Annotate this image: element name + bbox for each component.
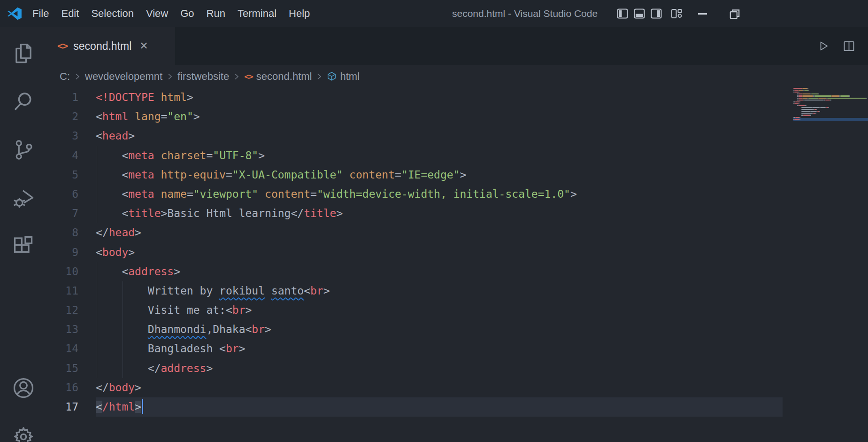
- minimap-line: [799, 101, 800, 102]
- breadcrumb-item-second-html[interactable]: <>second.html: [244, 70, 312, 83]
- minimap-line: [801, 111, 810, 112]
- minimap-line: [802, 98, 807, 99]
- title-bar: FileEditSelectionViewGoRunTerminalHelp s…: [0, 0, 868, 27]
- settings-gear-icon[interactable]: [11, 425, 36, 442]
- code-line-3[interactable]: 3<head>: [47, 126, 868, 146]
- breadcrumb-item-html[interactable]: html: [327, 70, 360, 83]
- chevron-right-icon: [232, 72, 241, 81]
- run-and-debug-icon[interactable]: [11, 186, 36, 210]
- source-control-icon[interactable]: [11, 138, 36, 162]
- extensions-icon[interactable]: [11, 234, 36, 259]
- minimap-line: [812, 107, 819, 108]
- minimap-line: [799, 119, 800, 120]
- toggle-sidebar-icon[interactable]: [616, 8, 629, 20]
- code-text: <meta charset="UTF-8">: [96, 146, 265, 165]
- run-button[interactable]: [816, 39, 830, 53]
- minimap-line: [799, 95, 802, 96]
- line-number: 16: [47, 378, 96, 397]
- code-editor[interactable]: 1<!DOCTYPE html>2<html lang="en">3<head>…: [47, 88, 868, 442]
- minimap-line: [801, 113, 812, 114]
- minimap-line: [814, 95, 831, 96]
- code-line-5[interactable]: 5 <meta http-equiv="X-UA-Compatible" con…: [47, 165, 868, 185]
- restore-button[interactable]: [729, 8, 741, 20]
- tab-second-html[interactable]: <> second.html ✕: [47, 27, 175, 65]
- explorer-icon[interactable]: [11, 41, 36, 65]
- code-line-1[interactable]: 1<!DOCTYPE html>: [47, 88, 868, 107]
- minimap-line: [820, 107, 825, 108]
- line-number: 2: [47, 107, 96, 126]
- code-line-15[interactable]: 15 </address>: [47, 359, 868, 378]
- minimap-line: [810, 115, 811, 116]
- breadcrumb-item-firstwebsite[interactable]: firstwebsite: [177, 70, 229, 83]
- text-cursor: [142, 399, 144, 414]
- line-number: 11: [47, 281, 96, 301]
- code-line-2[interactable]: 2<html lang="en">: [47, 107, 868, 126]
- customize-layout-icon[interactable]: [670, 8, 683, 20]
- minimap-line: [799, 92, 799, 93]
- window-title: second.html - Visual Studio Code: [452, 0, 598, 27]
- tab-label: second.html: [73, 40, 131, 53]
- menu-help[interactable]: Help: [283, 8, 316, 20]
- minimap-line: [799, 98, 802, 99]
- breadcrumb-item-wevdevelopemnt[interactable]: wevdevelopemnt: [85, 70, 162, 83]
- minimap-line: [804, 100, 823, 101]
- menu-bar: FileEditSelectionViewGoRunTerminalHelp: [26, 0, 316, 27]
- minimap-line: [805, 105, 806, 106]
- code-text: <address>: [96, 262, 180, 281]
- minimap-line: [801, 109, 813, 110]
- minimap-line: [793, 88, 802, 89]
- editor-group: <> second.html ✕ C:wevdevelopemntfirstwe…: [47, 27, 868, 442]
- code-line-14[interactable]: 14 Bangladesh <br>: [47, 339, 868, 358]
- toggle-panel-icon[interactable]: [633, 8, 645, 20]
- titlebar-separator: [664, 8, 664, 20]
- minimap-line: [808, 90, 809, 91]
- line-number: 17: [47, 397, 96, 417]
- code-line-12[interactable]: 12 Visit me at:<br>: [47, 301, 868, 320]
- chevron-right-icon: [166, 72, 174, 81]
- menu-edit[interactable]: Edit: [55, 8, 85, 20]
- code-line-11[interactable]: 11 Written by rokibul santo<br>: [47, 281, 868, 301]
- line-number: 9: [47, 243, 96, 262]
- minimap-line: [799, 90, 804, 91]
- code-line-10[interactable]: 10 <address>: [47, 262, 868, 281]
- code-line-16[interactable]: 16</body>: [47, 378, 868, 397]
- menu-selection[interactable]: Selection: [85, 8, 140, 20]
- html-file-icon: <>: [244, 71, 253, 81]
- menu-run[interactable]: Run: [200, 8, 231, 20]
- toggle-secondary-sidebar-icon[interactable]: [650, 8, 662, 20]
- line-number: 8: [47, 223, 96, 242]
- minimap[interactable]: [793, 88, 868, 144]
- code-line-13[interactable]: 13 Dhanmondi,Dhaka<br>: [47, 320, 868, 339]
- tab-bar: <> second.html ✕: [47, 27, 868, 65]
- minimap-line: [808, 98, 818, 99]
- line-number: 10: [47, 262, 96, 281]
- symbol-cube-icon: [327, 71, 337, 81]
- code-line-9[interactable]: 9<body>: [47, 243, 868, 262]
- code-text: </address>: [96, 359, 213, 378]
- minimap-line: [799, 105, 806, 106]
- menu-go[interactable]: Go: [174, 8, 200, 20]
- menu-terminal[interactable]: Terminal: [231, 8, 283, 20]
- minimap-line: [799, 103, 799, 104]
- line-number: 3: [47, 126, 96, 146]
- minimap-line: [830, 100, 831, 101]
- split-editor-button[interactable]: [843, 40, 855, 53]
- minimap-line: [799, 100, 804, 101]
- minimap-line: [799, 93, 802, 94]
- breadcrumb-item-c-[interactable]: C:: [60, 70, 70, 83]
- code-line-8[interactable]: 8</head>: [47, 223, 868, 242]
- minimap-line: [802, 93, 810, 94]
- code-line-4[interactable]: 4 <meta charset="UTF-8">: [47, 146, 868, 165]
- code-line-6[interactable]: 6 <meta name="viewport" content="width=d…: [47, 185, 868, 204]
- code-text: <head>: [96, 126, 135, 146]
- search-icon[interactable]: [11, 89, 36, 114]
- code-line-7[interactable]: 7 <title>Basic Html learning</title>: [47, 204, 868, 223]
- minimize-button[interactable]: [698, 13, 707, 15]
- account-icon[interactable]: [11, 376, 36, 400]
- code-line-17[interactable]: 17</html>: [47, 397, 868, 417]
- menu-view[interactable]: View: [140, 8, 174, 20]
- menu-file[interactable]: File: [26, 8, 55, 20]
- tab-close-icon[interactable]: ✕: [139, 40, 148, 52]
- line-number: 1: [47, 88, 96, 107]
- minimap-line: [840, 95, 849, 96]
